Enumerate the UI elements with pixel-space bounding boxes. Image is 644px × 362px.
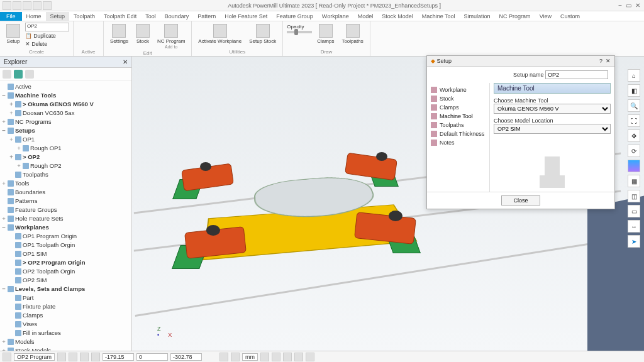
qat-app-icon[interactable] [3,1,11,10]
menu-workplane[interactable]: Workplane [318,12,353,21]
menu-view[interactable]: View [535,12,556,21]
dialog-help-icon[interactable]: ? [599,58,602,64]
close-button[interactable]: ✕ [635,2,640,9]
status-icon[interactable] [219,353,228,361]
tree-node[interactable]: +> Okuma GENOS M560 V [1,100,130,109]
rotate-icon[interactable]: ⟳ [628,145,640,157]
menu-simulation[interactable]: Simulation [460,12,495,21]
toolpaths-button[interactable]: Toolpaths [339,23,365,45]
nc-program-button[interactable]: NC ProgramAdd to [155,23,187,50]
qat-open-icon[interactable] [23,1,31,10]
explorer-close-icon[interactable]: ✕ [123,58,128,65]
pan-icon[interactable]: ✥ [628,129,640,142]
tree-node[interactable]: Clamps [1,311,130,320]
qat-redo-icon[interactable] [43,1,52,10]
tree-node[interactable]: +Tools [1,179,130,188]
menu-setup[interactable]: Setup [46,12,70,21]
tree-node[interactable]: Patterns [1,197,130,206]
setup-stock-button[interactable]: Setup Stock [247,23,279,45]
status-icon[interactable] [294,353,303,361]
tree-node[interactable]: Fill in surfaces [1,329,130,337]
tree-node[interactable]: Toolpaths [1,170,130,179]
dialog-titlebar[interactable]: ◆ Setup ? ✕ [427,56,614,67]
zoom-icon[interactable]: 🔍 [628,99,640,112]
qat-save-icon[interactable] [13,1,21,10]
cursor-icon[interactable]: ➤ [628,235,640,248]
tree-node[interactable]: +Rough OP1 [1,144,130,153]
status-icon[interactable] [80,353,89,361]
menu-stock-model[interactable]: Stock Model [377,12,418,21]
dialog-close-icon[interactable]: ✕ [606,58,611,64]
status-icon[interactable] [69,353,77,361]
setup-button[interactable]: Setup [4,23,23,45]
settings-button[interactable]: Settings [108,23,131,45]
stock-button[interactable]: Stock [133,23,152,45]
menu-machine-tool[interactable]: Machine Tool [418,12,460,21]
menu-pattern[interactable]: Pattern [193,12,220,21]
shading-icon[interactable] [628,160,640,172]
menu-nc-program[interactable]: NC Program [495,12,535,21]
setup-select[interactable]: OP2 [25,23,69,31]
dialog-nav-workplane[interactable]: Workplane [427,85,489,94]
status-icon[interactable] [91,353,100,361]
tree-node[interactable]: OP2 Toolpath Orgin [1,267,130,276]
wireframe-icon[interactable]: ▦ [628,175,640,187]
status-workplane-select[interactable]: OP2 Program [14,353,55,361]
menu-tool[interactable]: Tool [141,12,160,21]
menu-home[interactable]: Home [22,12,46,21]
tree-node[interactable]: +OP1 [1,135,130,144]
menu-feature-group[interactable]: Feature Group [272,12,318,21]
tree-node[interactable]: −Workplanes [1,223,130,232]
tree-node[interactable]: +Stock Models [1,346,130,351]
select-icon[interactable]: ▭ [628,205,640,217]
tree-node[interactable]: +NC Programs [1,118,130,126]
tree-node[interactable]: > OP2 Program Origin [1,258,130,267]
explorer-tree[interactable]: Active−Machine Tools+> Okuma GENOS M560 … [0,81,131,351]
iso-icon[interactable]: ◫ [628,190,640,202]
explorer-tb-icon[interactable] [25,70,34,79]
status-units[interactable]: mm [242,353,258,361]
dialog-nav-toolpaths[interactable]: Toolpaths [427,121,489,129]
zoom-fit-icon[interactable]: ⛶ [628,114,640,127]
menu-custom[interactable]: Custom [556,12,584,21]
duplicate-button[interactable]: 📋 Duplicate [25,32,69,40]
menu-file[interactable]: File [0,12,22,21]
status-icon[interactable] [283,353,292,361]
tree-node[interactable]: +Doosan VC630 5ax [1,109,130,118]
choose-machine-select[interactable]: Okuma GENOS M560 V [494,104,611,114]
dialog-nav-machine-tool[interactable]: Machine Tool [427,112,489,121]
menu-toolpath[interactable]: Toolpath [69,12,99,21]
menu-model[interactable]: Model [353,12,378,21]
choose-location-select[interactable]: OP2 SIM [494,124,611,134]
view-home-icon[interactable]: ⌂ [628,69,640,82]
status-x[interactable]: -179.15 [103,353,134,361]
qat-undo-icon[interactable] [33,1,42,10]
tree-node[interactable]: −Setups [1,126,130,135]
tree-node[interactable]: Feature Groups [1,206,130,214]
menu-toolpath-edit[interactable]: Toolpath Edit [99,12,141,21]
tree-node[interactable]: −Levels, Sets and Clamps [1,285,130,293]
menu-hole-feature-set[interactable]: Hole Feature Set [220,12,272,21]
maximize-button[interactable]: ▭ [626,2,631,9]
status-workplane-icon[interactable] [3,353,11,361]
dialog-nav-default-thickness[interactable]: Default Thickness [427,129,489,138]
dialog-nav-notes[interactable]: Notes [427,138,489,147]
status-z[interactable]: -302.78 [170,353,202,361]
tree-node[interactable]: Boundaries [1,188,130,197]
tree-node[interactable]: OP2 SIM [1,276,130,285]
tree-node[interactable]: −Machine Tools [1,91,130,100]
status-icon[interactable] [231,353,240,361]
dialog-nav-stock[interactable]: Stock [427,94,489,103]
dialog-close-button[interactable]: Close [501,195,540,206]
menu-boundary[interactable]: Boundary [160,12,194,21]
tree-node[interactable]: Vises [1,320,130,329]
status-icon[interactable] [57,353,66,361]
tree-node[interactable]: +Rough OP2 [1,162,130,170]
setup-name-input[interactable] [545,70,608,79]
clamps-button[interactable]: Clamps [314,23,336,45]
status-icon[interactable] [272,353,280,361]
delete-button[interactable]: ✕ Delete [25,40,69,48]
minimize-button[interactable]: − [618,2,622,9]
tree-node[interactable]: Active [1,82,130,91]
tree-node[interactable]: Fixture plate [1,302,130,311]
